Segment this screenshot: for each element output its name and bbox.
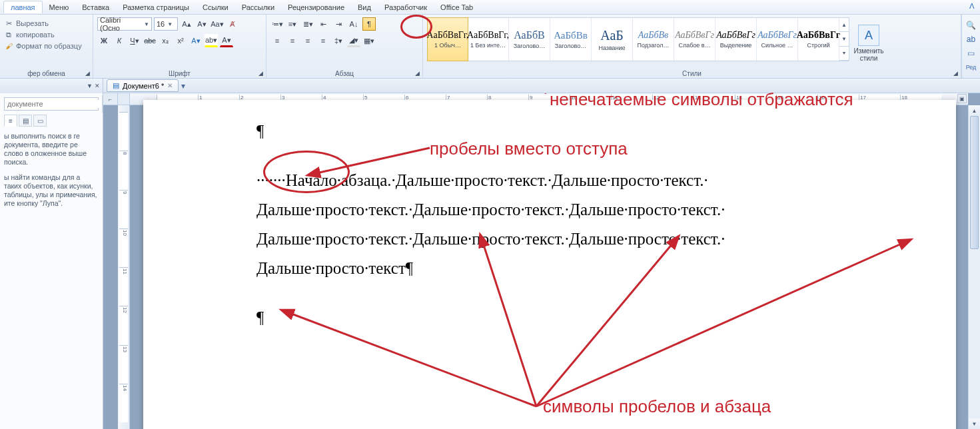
grow-font-button[interactable]: A▴ (180, 17, 193, 31)
nav-pane-pin-icon[interactable]: ▼ (87, 83, 93, 89)
shading-button[interactable]: ◢▾ (347, 34, 360, 47)
numbering-button[interactable]: ≡▾ (286, 17, 299, 31)
style-heading2[interactable]: АаБбВвЗаголово… (550, 18, 592, 61)
document-page[interactable]: ¶ ·······Начало·абзаца.·Дальше·просто·те… (143, 100, 956, 429)
text-effects-button[interactable]: A▾ (189, 34, 203, 47)
shrink-font-button[interactable]: A▾ (195, 17, 209, 31)
style-strong[interactable]: АаБбВвГгСтрогий (798, 18, 839, 61)
justify-button[interactable]: ≡ (316, 34, 330, 47)
font-size-combo[interactable]: 16▼ (154, 17, 178, 31)
vertical-scrollbar: ▲ ▼ (968, 105, 980, 429)
style-name: Подзагол… (638, 42, 670, 49)
group-font-label: Шрифт (169, 70, 191, 77)
nav-tab-pages-icon[interactable]: ▤ (19, 115, 32, 127)
copy-icon: ⧉ (4, 30, 13, 39)
underline-button[interactable]: Ч▾ (128, 34, 141, 47)
document-tab[interactable]: ▤ Документ6 * ✕ (107, 79, 179, 92)
menu-tab-officetab[interactable]: Office Tab (434, 1, 480, 13)
styles-launcher-icon[interactable]: ◢ (951, 70, 959, 78)
style-emphasis[interactable]: АаБбВвГгВыделение (716, 18, 757, 61)
navigation-pane: 🔍▾ ≡ ▤ ▭ ы выполнить поиск в ге документ… (0, 93, 103, 429)
increase-indent-button[interactable]: ⇥ (332, 17, 345, 31)
scroll-up-icon[interactable]: ▲ (969, 105, 980, 116)
font-launcher-icon[interactable]: ◢ (256, 70, 264, 78)
italic-button[interactable]: К (113, 34, 126, 47)
search-input[interactable] (5, 100, 102, 108)
close-tab-icon[interactable]: ✕ (167, 82, 173, 89)
style-subtle[interactable]: АаБбВвГгСлабое в… (674, 18, 716, 61)
align-right-button[interactable]: ≡ (301, 34, 314, 47)
copy-button[interactable]: ⧉копировать (4, 30, 82, 39)
style-intense[interactable]: АаБбВвГгСильное … (757, 18, 798, 61)
bullets-button[interactable]: ≔▾ (270, 17, 284, 31)
menu-tab-view[interactable]: Вид (351, 1, 378, 13)
style-name: Заголово… (514, 43, 545, 49)
style-subtitle[interactable]: АаБбВвПодзагол… (633, 18, 674, 61)
change-case-button[interactable]: Aa▾ (211, 17, 224, 31)
menu-tab-home[interactable]: лавная (3, 1, 43, 13)
gallery-down-icon[interactable]: ▼ (839, 32, 849, 46)
multilevel-button[interactable]: ≣▾ (301, 17, 314, 31)
group-styles: АаБбВвГг,1 Обыч… АаБбВвГг,1 Без инте… Аа… (423, 15, 961, 78)
menu-tab-review[interactable]: Рецензирование (281, 1, 351, 13)
style-name: Название (598, 45, 625, 51)
scissors-icon: ✂ (4, 19, 13, 28)
line-spacing-button[interactable]: ‡▾ (332, 34, 345, 47)
highlight-button[interactable]: ab▾ (205, 34, 218, 47)
bold-button[interactable]: Ж (97, 34, 111, 47)
nav-tab-headings-icon[interactable]: ≡ (4, 115, 17, 127)
menu-tab-developer[interactable]: Разработчик (378, 1, 434, 13)
clipboard-launcher-icon[interactable]: ◢ (83, 70, 91, 78)
group-font: Calibri (Осно▼ 16▼ A▴ A▾ Aa▾ Ⱥ Ж К Ч▾ ab… (93, 15, 266, 78)
nav-pane-close-icon[interactable]: ✕ (95, 83, 100, 89)
new-tab-icon[interactable]: ▾ (181, 81, 185, 91)
menu-tab-pagelayout[interactable]: Разметка страницы (116, 1, 196, 13)
menu-tab-menu[interactable]: Меню (43, 1, 76, 13)
replace-icon[interactable]: ab (966, 34, 977, 45)
group-editing-label: Ред (966, 62, 977, 73)
format-painter-button[interactable]: 🖌Формат по образцу (4, 41, 82, 51)
change-styles-button[interactable]: A Изменить стили (852, 17, 885, 69)
superscript-button[interactable]: x² (174, 34, 187, 47)
gallery-up-icon[interactable]: ▲ (839, 18, 849, 32)
style-normal[interactable]: АаБбВвГг,1 Обыч… (427, 17, 468, 61)
style-preview: АаБбВвГг (797, 30, 840, 41)
chevron-down-icon: ▼ (167, 21, 173, 27)
style-name: Выделение (720, 42, 752, 49)
ruler-toggle-icon[interactable]: ▣ (957, 94, 967, 103)
align-center-button[interactable]: ≡ (286, 34, 299, 47)
document-tab-bar: ▼ ✕ ▤ Документ6 * ✕ ▾ (0, 79, 980, 93)
menu-tab-insert[interactable]: Вставка (75, 1, 116, 13)
sort-button[interactable]: A↓ (347, 17, 360, 31)
style-preview: АаБбВвГг (675, 30, 714, 41)
nav-tab-results-icon[interactable]: ▭ (33, 115, 47, 127)
strikethrough-button[interactable]: abc (143, 34, 157, 47)
menu-tab-references[interactable]: Ссылки (196, 1, 235, 13)
font-name-combo[interactable]: Calibri (Осно▼ (97, 17, 152, 31)
style-nospacing[interactable]: АаБбВвГг,1 Без инте… (468, 18, 509, 61)
minimize-ribbon-icon[interactable]: ᐱ (969, 2, 975, 11)
clear-formatting-button[interactable]: Ⱥ (226, 17, 239, 31)
styles-gallery-scroll: ▲ ▼ ▾ (839, 18, 849, 61)
group-clipboard: ✂Вырезать ⧉копировать 🖌Формат по образцу… (0, 15, 93, 78)
find-icon[interactable]: 🔍 (966, 20, 977, 31)
vertical-ruler[interactable]: 8 9 10 11 12 13 14 (118, 105, 130, 429)
font-color-button[interactable]: A▾ (220, 34, 233, 47)
select-icon[interactable]: ▭ (966, 48, 977, 59)
gallery-more-icon[interactable]: ▾ (839, 47, 849, 61)
menu-tab-mailings[interactable]: Рассылки (235, 1, 281, 13)
scroll-thumb[interactable] (970, 116, 979, 249)
decrease-indent-button[interactable]: ⇤ (316, 17, 330, 31)
tab-selector[interactable]: ⌐ (103, 93, 118, 105)
style-title[interactable]: АаБНазвание (592, 18, 633, 61)
page-content[interactable]: ¶ ·······Начало·абзаца.·Дальше·просто·те… (256, 117, 916, 332)
align-left-button[interactable]: ≡ (270, 34, 284, 47)
scroll-down-icon[interactable]: ▼ (969, 418, 980, 429)
borders-button[interactable]: ▦▾ (362, 34, 376, 47)
scroll-track[interactable] (969, 116, 980, 418)
style-heading1[interactable]: АаБбВЗаголово… (509, 18, 550, 61)
subscript-button[interactable]: x₂ (159, 34, 172, 47)
cut-button[interactable]: ✂Вырезать (4, 19, 82, 28)
paragraph-launcher-icon[interactable]: ◢ (413, 70, 421, 78)
show-formatting-button[interactable]: ¶ (362, 17, 376, 31)
